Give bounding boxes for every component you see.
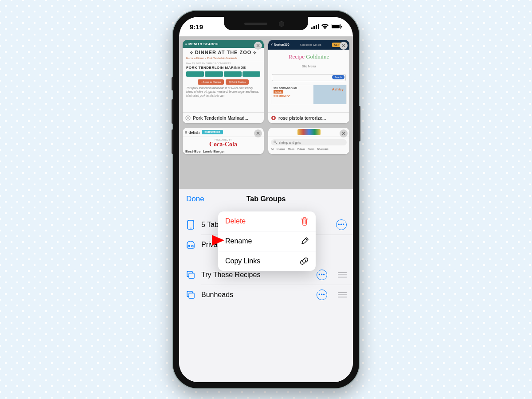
- search-icon: [274, 141, 277, 144]
- site-logo: Recipe Goldmine: [268, 53, 349, 60]
- svg-rect-20: [189, 293, 194, 298]
- google-tabs: AllImagesMapsVideosNewsShopping: [268, 148, 349, 150]
- menu-item-copy-links[interactable]: Copy Links: [218, 251, 316, 271]
- context-menu: Delete Rename Copy Links: [218, 211, 316, 271]
- private-icon: [185, 240, 196, 249]
- close-tab-button[interactable]: ✕: [340, 129, 348, 137]
- tab-group-row[interactable]: Bunheads •••: [179, 285, 353, 305]
- subscribe-button: SUBSCRIBE: [202, 130, 223, 134]
- volume-down-button: [172, 129, 173, 154]
- svg-rect-5: [332, 25, 340, 28]
- svg-rect-15: [189, 273, 194, 278]
- page-background: 9:19 ✕ ≡ MENU & SEARCH ⟡ DINNER AT THE Z…: [0, 0, 532, 399]
- recipe-description: This pork tenderloin marinade is a sweet…: [183, 86, 264, 98]
- link-icon: [300, 257, 309, 265]
- pencil-icon: [301, 237, 309, 245]
- reorder-handle[interactable]: [338, 272, 347, 278]
- status-time: 9:19: [190, 23, 203, 31]
- phone-frame: 9:19 ✕ ≡ MENU & SEARCH ⟡ DINNER AT THE Z…: [173, 11, 359, 388]
- tab-title: rose pistola terrorize...: [278, 116, 326, 121]
- close-tab-button[interactable]: ✕: [254, 42, 262, 50]
- tab-card[interactable]: ✕ ≡ MENU & SEARCH ⟡ DINNER AT THE ZOO ⟡ …: [183, 40, 264, 123]
- site-menu-label: Site Menu: [268, 65, 349, 68]
- tab-group-icon: [185, 270, 196, 279]
- favicon-icon: [271, 115, 276, 121]
- menu-label: Delete: [225, 217, 246, 225]
- sheet-header: Done Tab Groups: [179, 189, 353, 209]
- mute-switch: [172, 77, 173, 90]
- more-button[interactable]: •••: [317, 289, 327, 300]
- reorder-handle[interactable]: [338, 292, 347, 298]
- tab-groups-sheet: Done Tab Groups 5 Tabs •••: [179, 189, 353, 382]
- battery-icon: [331, 24, 342, 29]
- tab-group-icon: [185, 290, 196, 299]
- post-meta: MAY 13, 2019 BY SARA 18 COMMENTS: [183, 61, 264, 66]
- device-icon: [185, 220, 196, 230]
- search-input: Search: [272, 74, 346, 81]
- side-button: [359, 106, 360, 141]
- recipe-action-buttons: ↓ Jump to Recipe🖨 Print Recipe: [183, 78, 264, 86]
- menu-item-delete[interactable]: Delete: [218, 211, 316, 231]
- search-input: shrimp and grits: [271, 139, 347, 145]
- menu-label: Copy Links: [225, 257, 260, 265]
- trash-icon: [301, 217, 309, 226]
- notch: [224, 17, 308, 30]
- tab-card[interactable]: ✕ shrimp and grits AllImagesMapsVideosNe…: [268, 128, 349, 154]
- ad-banner: ✓ Norton360 Keep prying eyes out GET NOW: [268, 40, 349, 50]
- volume-up-button: [172, 99, 173, 124]
- site-menu-bar: ≡ MENU & SEARCH: [183, 40, 264, 48]
- done-button[interactable]: Done: [186, 195, 204, 203]
- tab-card[interactable]: ✕ ≡ delish SUBSCRIBE PRESENTED BY Coca-C…: [183, 128, 264, 154]
- svg-point-9: [273, 117, 274, 119]
- group-label: Bunheads: [201, 291, 311, 299]
- svg-rect-2: [316, 25, 317, 29]
- svg-rect-1: [313, 26, 315, 29]
- phone-screen: 9:19 ✕ ≡ MENU & SEARCH ⟡ DINNER AT THE Z…: [179, 17, 353, 382]
- svg-rect-6: [341, 26, 342, 27]
- tab-title: Pork Tenderloin Marinad...: [193, 116, 248, 121]
- favicon-icon: [185, 115, 191, 121]
- close-tab-button[interactable]: ✕: [254, 129, 262, 137]
- cellular-icon: [311, 24, 319, 29]
- menu-label: Rename: [225, 237, 252, 245]
- google-doodle: [268, 128, 349, 137]
- more-button[interactable]: •••: [336, 219, 347, 230]
- wifi-icon: [321, 24, 329, 29]
- sponsor-logo: Coca-Cola: [183, 141, 264, 148]
- svg-point-10: [274, 141, 276, 143]
- svg-line-11: [276, 143, 277, 144]
- status-icons: [311, 24, 342, 29]
- close-tab-button[interactable]: ✕: [340, 42, 348, 50]
- ad-banner: fall semi-annual SALE free delivery* Ash…: [271, 85, 347, 104]
- article-title: Best-Ever Lamb Burger: [183, 148, 264, 153]
- site-logo: ⟡ DINNER AT THE ZOO ⟡: [183, 50, 264, 55]
- svg-rect-0: [311, 27, 313, 29]
- menu-item-rename[interactable]: Rename: [218, 231, 316, 251]
- tab-card[interactable]: ✕ ✓ Norton360 Keep prying eyes out GET N…: [268, 40, 349, 123]
- social-buttons: [183, 71, 264, 78]
- site-logo: ≡ delish: [185, 130, 200, 135]
- more-button[interactable]: •••: [317, 270, 327, 280]
- group-label: Try These Recipes: [201, 271, 311, 279]
- breadcrumb: Home » Dinner » Pork Tenderloin Marinade: [183, 55, 264, 61]
- recipe-title: PORK TENDERLOIN MARINADE: [183, 66, 264, 71]
- svg-rect-3: [318, 24, 319, 29]
- sheet-title: Tab Groups: [246, 195, 286, 203]
